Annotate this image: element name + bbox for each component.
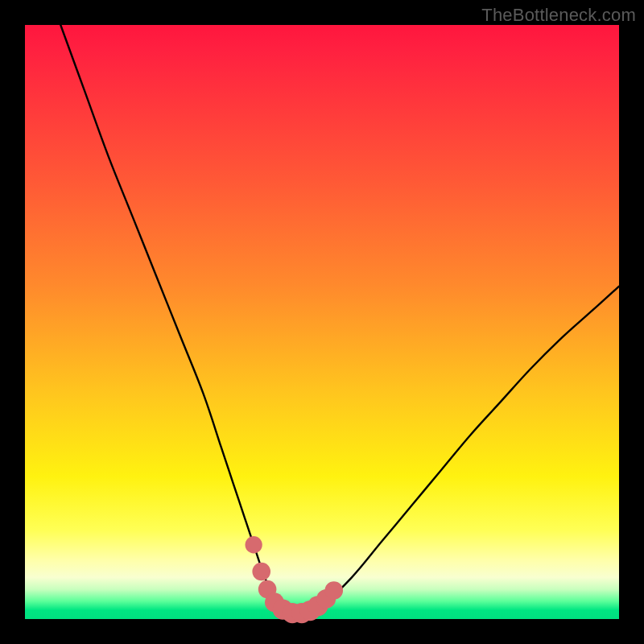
curve-layer (25, 25, 619, 619)
watermark-text: TheBottleneck.com (481, 5, 636, 26)
bottleneck-curve (60, 25, 619, 613)
trough-markers (245, 536, 343, 623)
plot-area (25, 25, 619, 619)
chart-frame: TheBottleneck.com (0, 0, 644, 644)
trough-marker (252, 563, 270, 581)
trough-marker (324, 581, 343, 600)
trough-marker (245, 536, 262, 553)
